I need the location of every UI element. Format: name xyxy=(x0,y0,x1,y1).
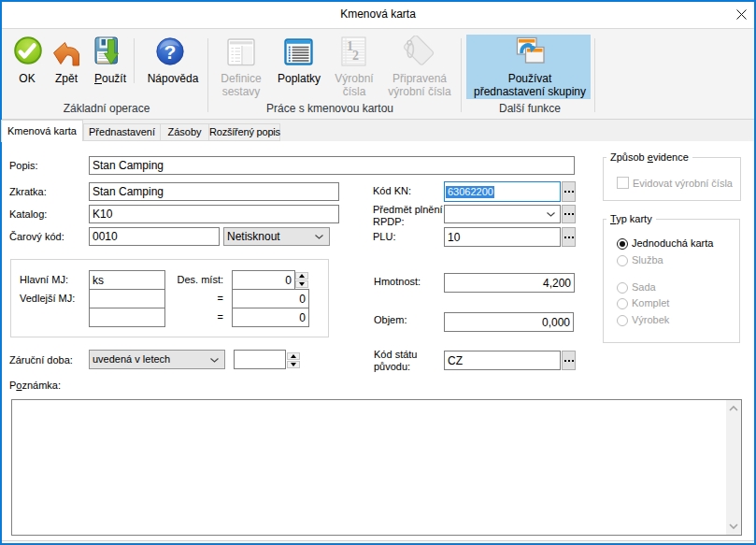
svg-text:2: 2 xyxy=(352,49,359,63)
svg-text:?: ? xyxy=(164,41,177,63)
